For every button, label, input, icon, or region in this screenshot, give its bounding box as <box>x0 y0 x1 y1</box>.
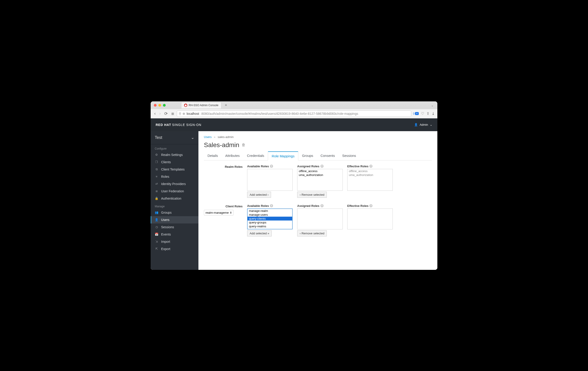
sidebar-item-identity-providers[interactable]: ⇄Identity Providers <box>151 180 199 188</box>
tabs: DetailsAttributesCredentialsRole Mapping… <box>204 151 432 160</box>
reload-button[interactable]: ⟳ <box>163 111 169 116</box>
role-option[interactable]: query-clients <box>248 217 292 221</box>
role-option[interactable]: query-users <box>248 228 292 229</box>
role-option[interactable]: query-groups <box>248 221 292 224</box>
trash-icon[interactable]: 🗑 <box>242 143 246 147</box>
browser-tab[interactable]: ⬤ RH-SSO Admin Console <box>181 102 221 109</box>
tab-role-mappings[interactable]: Role Mappings <box>268 151 298 160</box>
remove-selected-button[interactable]: ‹ Remove selected <box>297 192 327 198</box>
client-select[interactable]: realm-manageme ▲▼ <box>204 210 233 216</box>
sidebar-item-user-federation[interactable]: ≣User Federation <box>151 188 199 195</box>
help-icon[interactable]: ? <box>270 204 273 207</box>
role-option[interactable]: offline_access <box>347 169 393 173</box>
sidebar-item-realm-settings[interactable]: ⚙Realm Settings <box>151 151 199 159</box>
realm-available-listbox[interactable] <box>247 169 293 191</box>
nav-icon: ⧉ <box>155 168 158 171</box>
nav-label: User Federation <box>161 189 184 193</box>
nav-icon: 🔒 <box>155 197 158 200</box>
role-option[interactable]: uma_authorization <box>297 173 342 177</box>
close-window-icon[interactable] <box>154 104 157 107</box>
new-tab-button[interactable]: ＋ <box>223 102 229 108</box>
nav-icon: ≡ <box>155 175 158 178</box>
role-option[interactable]: uma_authorization <box>347 173 393 177</box>
nav-icon: ≣ <box>155 189 158 193</box>
realm-roles-block: Realm Roles Available Roles? Add selecte… <box>204 165 432 198</box>
user-icon: 👤 <box>414 123 418 126</box>
sidebar-item-export[interactable]: ⇱Export <box>151 245 199 252</box>
sidebar: Test ⌄ Configure ⚙Realm Settings❒Clients… <box>151 131 199 270</box>
favorite-icon[interactable]: ♡ <box>421 111 424 116</box>
help-icon[interactable]: ? <box>369 165 373 168</box>
assigned-roles-header: Assigned Roles <box>297 204 319 208</box>
tab-groups[interactable]: Groups <box>298 151 317 160</box>
user-menu[interactable]: 👤 Admin ⌄ <box>414 123 432 126</box>
tab-consents[interactable]: Consents <box>317 151 338 160</box>
help-icon[interactable]: ? <box>320 204 324 207</box>
nav-label: Identity Providers <box>161 182 186 186</box>
nav-back-button[interactable]: ‹ <box>153 111 157 116</box>
tab-credentials[interactable]: Credentials <box>243 151 268 160</box>
remove-selected-button[interactable]: ‹ Remove selected <box>297 230 327 236</box>
nav-label: Clients <box>161 160 171 164</box>
tab-attributes[interactable]: Attributes <box>222 151 243 160</box>
tab-sessions[interactable]: Sessions <box>339 151 360 160</box>
help-icon[interactable]: ? <box>270 165 273 168</box>
sidebar-item-roles[interactable]: ≡Roles <box>151 173 199 180</box>
nav-icon: ❒ <box>155 160 158 164</box>
sidebar-item-sessions[interactable]: ◷Sessions <box>151 223 199 231</box>
tabs-overflow-icon[interactable]: ⌄ <box>431 103 435 107</box>
role-option[interactable]: query-realms <box>248 224 292 228</box>
nav-icon: ⇲ <box>155 240 158 243</box>
available-roles-header: Available Roles <box>247 204 269 208</box>
sidebar-item-users[interactable]: 👤Users <box>151 216 199 223</box>
url-host: localhost <box>187 112 199 115</box>
site-info-icon: ⊕ <box>182 112 185 115</box>
tab-title: RH-SSO Admin Console <box>189 104 219 107</box>
share-icon[interactable]: ⇪ <box>426 111 429 116</box>
role-option[interactable]: offline_access <box>297 169 342 173</box>
maximize-window-icon[interactable] <box>163 104 166 107</box>
realm-selector[interactable]: Test ⌄ <box>151 131 199 144</box>
nav-forward-button: › <box>158 111 162 116</box>
help-icon[interactable]: ? <box>369 204 373 207</box>
realm-assigned-listbox[interactable]: offline_accessuma_authorization <box>297 169 343 191</box>
breadcrumb-parent[interactable]: Users <box>204 135 212 139</box>
sidebar-item-import[interactable]: ⇲Import <box>151 238 199 245</box>
downloads-icon[interactable]: ⤓ <box>432 111 435 116</box>
nav-section-manage: Manage <box>151 202 199 209</box>
add-selected-button[interactable]: Add selected » <box>247 230 272 236</box>
sidebar-item-client-templates[interactable]: ⧉Client Templates <box>151 166 199 173</box>
client-assigned-listbox[interactable] <box>297 209 343 229</box>
nav-icon: ◷ <box>155 225 158 229</box>
tab-details[interactable]: Details <box>204 151 222 160</box>
client-roles-block: Client Roles realm-manageme ▲▼ Available… <box>204 204 432 236</box>
minimize-window-icon[interactable] <box>158 104 161 107</box>
client-available-listbox[interactable]: manage-realmmanage-usersquery-clientsque… <box>247 209 293 229</box>
sidebar-item-authentication[interactable]: 🔒Authentication <box>151 195 199 202</box>
role-option[interactable]: manage-realm <box>248 209 292 213</box>
tracker-badge[interactable]: 0 ✕ <box>413 112 419 115</box>
add-selected-button[interactable]: Add selected › <box>247 192 271 198</box>
url-path: :8080/auth/admin/master/console/#/realms… <box>200 112 358 115</box>
sidebar-item-clients[interactable]: ❒Clients <box>151 159 199 166</box>
sidebar-item-groups[interactable]: 👥Groups <box>151 209 199 216</box>
nav-label: Import <box>161 240 170 243</box>
breadcrumb: Users » sales-admin <box>204 135 432 139</box>
assigned-roles-header: Assigned Roles <box>297 165 319 168</box>
role-option[interactable]: manage-users <box>248 213 292 217</box>
nav-icon: ⇱ <box>155 247 158 251</box>
nav-section-configure: Configure <box>151 144 199 151</box>
nav-label: Groups <box>161 211 172 214</box>
sidebar-item-events[interactable]: 📅Events <box>151 231 199 238</box>
window-controls <box>153 104 166 107</box>
breadcrumb-current: sales-admin <box>218 135 233 139</box>
realm-roles-label: Realm Roles <box>204 165 242 169</box>
nav-label: Realm Settings <box>161 153 183 157</box>
reader-icon: ⚲ <box>179 112 181 115</box>
client-effective-listbox <box>347 209 393 229</box>
nav-label: Export <box>161 247 170 251</box>
chevron-down-icon: ⌄ <box>191 135 194 140</box>
url-field[interactable]: ⚲ ⊕ localhost:8080/auth/admin/master/con… <box>177 110 411 117</box>
apps-grid-icon[interactable]: ⊞ <box>170 112 175 115</box>
help-icon[interactable]: ? <box>320 165 324 168</box>
